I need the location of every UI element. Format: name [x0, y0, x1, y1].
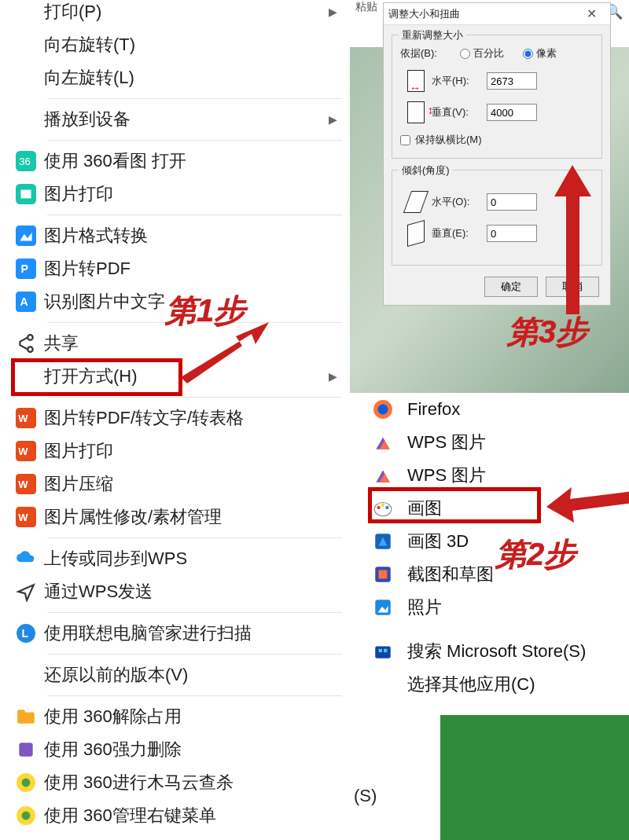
close-icon[interactable]: ✕	[577, 6, 605, 21]
ctx-rotate-right[interactable]: 向右旋转(T)	[0, 28, 350, 61]
ctx-wps-compress[interactable]: W 图片压缩	[0, 468, 350, 501]
ctx-image-convert[interactable]: 图片格式转换	[0, 219, 350, 252]
skew-vert-icon	[400, 222, 432, 244]
ctx-share[interactable]: 共享	[0, 327, 350, 360]
svg-text:W: W	[18, 479, 28, 490]
snip-icon	[373, 564, 407, 585]
folder-unlock-icon	[16, 706, 44, 727]
app-snip[interactable]: 截图和草图	[363, 558, 629, 591]
app-firefox[interactable]: Firefox	[363, 393, 629, 426]
wps-pic-icon	[373, 465, 407, 486]
cancel-button[interactable]: 取消	[546, 277, 599, 297]
ctx-360-unlock-label: 使用 360解除占用	[44, 705, 337, 728]
radio-pixel-label: 像素	[536, 46, 557, 61]
vert-resize-icon	[400, 101, 432, 123]
svg-text:A: A	[20, 295, 28, 308]
ctx-lenovo-scan[interactable]: L 使用联想电脑管家进行扫描	[0, 617, 350, 650]
ctx-360-forcedel[interactable]: 使用 360强力删除	[0, 733, 350, 766]
horiz-input[interactable]	[487, 72, 537, 90]
separator	[47, 322, 342, 323]
ctx-image-pdf[interactable]: P 图片转PDF	[0, 252, 350, 285]
svg-point-26	[22, 812, 31, 820]
svg-text:W: W	[18, 413, 28, 424]
app-ms-store-label: 搜索 Microsoft Store(S)	[407, 640, 586, 663]
dialog-title: 调整大小和扭曲	[388, 7, 577, 21]
svg-rect-40	[379, 570, 388, 579]
separator	[47, 654, 342, 655]
ctx-cast-device[interactable]: 播放到设备 ▶	[0, 103, 350, 136]
ctx-wps-convert-label: 图片转PDF/转文字/转表格	[44, 406, 337, 430]
app-snip-label: 截图和草图	[407, 563, 494, 586]
svg-text:P: P	[21, 262, 28, 275]
app-paint-label: 画图	[407, 497, 442, 520]
ok-button[interactable]: 确定	[484, 277, 538, 297]
svg-rect-22	[19, 743, 32, 756]
ctx-360-unlock[interactable]: 使用 360解除占用	[0, 700, 350, 733]
ctx-wps-send[interactable]: 通过WPS发送	[0, 575, 350, 608]
skew-vert-input[interactable]	[487, 225, 537, 242]
ctx-wps-print[interactable]: W 图片打印	[0, 435, 350, 468]
vert-input[interactable]	[487, 104, 537, 121]
by-label: 依据(B):	[400, 46, 441, 61]
ctx-360-rightmenu[interactable]: 使用 360管理右键菜单	[0, 799, 350, 832]
ctx-360-trojan-label: 使用 360进行木马云查杀	[44, 771, 337, 794]
ctx-wps-convert[interactable]: W 图片转PDF/转文字/转表格	[0, 402, 350, 435]
svg-rect-21	[17, 710, 25, 713]
shredder-icon	[16, 739, 44, 760]
svg-point-28	[378, 405, 388, 415]
ctx-open-with[interactable]: 打开方式(H) ▶	[0, 360, 350, 393]
keep-ratio-checkbox[interactable]: 保持纵横比(M)	[400, 133, 594, 147]
app-photos-label: 照片	[407, 596, 442, 619]
app-360view-icon: 36	[16, 151, 44, 171]
printer-icon	[16, 184, 44, 204]
radio-percent-label: 百分比	[473, 46, 504, 61]
app-wps-pic-2-label: WPS 图片	[407, 464, 486, 487]
vert-label: 垂直(V):	[432, 105, 487, 119]
separator	[47, 397, 342, 398]
ctx-360-rightmenu-label: 使用 360管理右键菜单	[44, 804, 337, 827]
ctx-wps-prop[interactable]: W 图片属性修改/素材管理	[0, 501, 350, 534]
ctx-open-360view[interactable]: 36 使用 360看图 打开	[0, 145, 350, 178]
ctx-360-forcedel-label: 使用 360强力删除	[44, 738, 337, 761]
pdf-icon: P	[16, 259, 44, 279]
radio-percent[interactable]: 百分比	[460, 46, 504, 61]
ctx-share-label: 共享	[44, 332, 337, 355]
ctx-rotate-left[interactable]: 向左旋转(L)	[0, 61, 350, 94]
svg-text:L: L	[22, 627, 29, 640]
wps-pic-icon	[373, 432, 407, 453]
ctx-image-ocr-label: 识别图片中文字	[44, 290, 337, 314]
ctx-wps-prop-label: 图片属性修改/素材管理	[44, 505, 337, 529]
ctx-image-ocr[interactable]: A 识别图片中文字	[0, 285, 350, 318]
svg-rect-44	[379, 649, 382, 652]
app-paint3d-label: 画图 3D	[407, 530, 469, 553]
skew-vert-label: 垂直(E):	[432, 226, 487, 240]
app-paint3d[interactable]: 画图 3D	[363, 525, 629, 558]
cloud-upload-icon	[16, 548, 44, 569]
app-paint[interactable]: 画图	[363, 492, 629, 525]
app-photos[interactable]: 照片	[363, 591, 629, 624]
canvas-background-lower	[440, 715, 629, 840]
ctx-wps-compress-label: 图片压缩	[44, 472, 337, 496]
app-wps-pic-2[interactable]: WPS 图片	[363, 459, 629, 492]
truncated-label: (S)	[354, 786, 377, 806]
app-firefox-label: Firefox	[407, 399, 460, 420]
svg-rect-45	[384, 649, 387, 652]
ctx-restore-prev[interactable]: 还原以前的版本(V)	[0, 658, 350, 691]
lenovo-icon: L	[16, 623, 44, 644]
ctx-360-trojan[interactable]: 使用 360进行木马云查杀	[0, 766, 350, 799]
ctx-image-print[interactable]: 图片打印	[0, 178, 350, 211]
radio-pixel[interactable]: 像素	[523, 46, 557, 61]
ctx-restore-label: 还原以前的版本(V)	[44, 663, 337, 687]
app-choose-other[interactable]: 选择其他应用(C)	[363, 668, 629, 701]
ctx-print[interactable]: 打印(P) ▶	[0, 0, 350, 28]
ctx-wps-upload[interactable]: 上传或同步到WPS	[0, 542, 350, 575]
app-ms-store[interactable]: 搜索 Microsoft Store(S)	[363, 635, 629, 668]
app-wps-pic-1[interactable]: WPS 图片	[363, 426, 629, 459]
submenu-arrow-icon: ▶	[329, 113, 337, 126]
ctx-image-print-label: 图片打印	[44, 182, 337, 206]
svg-text:W: W	[18, 446, 28, 457]
paste-label: 粘贴	[355, 0, 377, 14]
skew-horiz-input[interactable]	[487, 193, 537, 211]
skew-legend: 倾斜(角度)	[399, 163, 453, 178]
wps-icon: W	[16, 507, 44, 527]
